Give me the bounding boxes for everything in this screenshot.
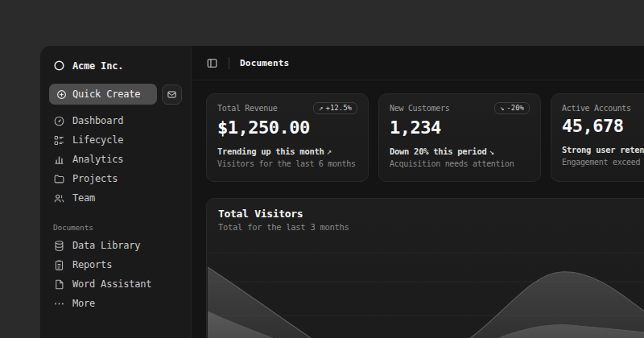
list-details-icon [53, 134, 65, 146]
sidebar-item-label: Data Library [72, 240, 140, 251]
quick-create-button[interactable]: Quick Create [49, 84, 157, 105]
sidebar-item-label: Team [72, 192, 95, 204]
sidebar-item-dashboard[interactable]: Dashboard [49, 111, 182, 130]
card-top: Total Revenue ↗+12.5% [217, 102, 357, 114]
badge-value: -20% [506, 104, 524, 112]
stat-card-total-revenue: Total Revenue ↗+12.5% $1,250.00 Trending… [206, 93, 369, 182]
logo-circle-icon [53, 60, 65, 72]
sidebar-item-label: Analytics [72, 154, 123, 165]
sidebar-item-label: Word Assistant [72, 278, 151, 290]
sidebar-section-documents: Documents [49, 223, 182, 232]
card-label: Active Accounts [562, 102, 631, 113]
app-window: Acme Inc. Quick Create Dashboard Lifecyc… [40, 46, 644, 338]
circle-plus-icon [56, 89, 67, 100]
sidebar-item-analytics[interactable]: Analytics [49, 150, 182, 169]
card-value: $1,250.00 [217, 117, 357, 138]
sidebar-item-label: Projects [72, 173, 118, 184]
brand[interactable]: Acme Inc. [49, 54, 182, 76]
card-footer-subtext: Engagement exceed targets [562, 158, 644, 167]
stat-cards-row: Total Revenue ↗+12.5% $1,250.00 Trending… [206, 93, 644, 182]
trend-badge: ↗+12.5% [313, 102, 357, 114]
database-icon [53, 240, 65, 252]
card-value: 1,234 [390, 117, 530, 138]
trend-down-icon: ↘ [500, 104, 504, 112]
sidebar-item-word-assistant[interactable]: Word Assistant [49, 274, 182, 294]
quick-create-row: Quick Create [49, 84, 182, 105]
sidebar-item-lifecycle[interactable]: Lifecycle [49, 130, 182, 150]
badge-value: +12.5% [325, 104, 352, 112]
sidebar-toggle-button[interactable] [206, 57, 218, 69]
area-chart [207, 243, 644, 338]
sidebar-item-label: Dashboard [72, 115, 123, 126]
card-footer-text: Strong user retention [562, 145, 644, 155]
sidebar-nav: Dashboard Lifecycle Analytics Projects T… [49, 111, 182, 208]
sidebar-item-reports[interactable]: Reports [49, 255, 182, 274]
trend-up-icon: ↗ [326, 146, 331, 156]
dashboard-gauge-icon [53, 115, 65, 127]
sidebar-item-projects[interactable]: Projects [49, 169, 182, 188]
sidebar-item-more[interactable]: More [49, 294, 182, 313]
sidebar: Acme Inc. Quick Create Dashboard Lifecyc… [40, 46, 192, 338]
topbar: Documents [192, 46, 644, 80]
card-footer-subtext: Visitors for the last 6 months [217, 159, 357, 168]
card-label: New Customers [390, 102, 449, 113]
card-footer-text: Down 20% this period [390, 146, 486, 156]
file-icon [53, 278, 65, 291]
chart-subtitle: Total for the last 3 months [218, 222, 644, 232]
inbox-button[interactable] [162, 84, 182, 105]
card-footer-title: Strong user retention [562, 145, 644, 155]
brand-name: Acme Inc. [72, 60, 123, 72]
trend-badge: ↘-20% [494, 102, 530, 114]
mail-icon [167, 89, 177, 100]
stat-card-active-accounts: Active Accounts 45,678 Strong user reten… [551, 93, 644, 182]
topbar-divider [229, 57, 229, 69]
sidebar-item-label: Lifecycle [72, 134, 123, 146]
sidebar-item-data-library[interactable]: Data Library [49, 236, 182, 255]
card-footer-subtext: Acquisition needs attention [390, 159, 530, 168]
card-footer-text: Trending up this month [217, 146, 324, 156]
panel-left-icon [206, 57, 218, 69]
page-title: Documents [240, 58, 289, 68]
sidebar-item-team[interactable]: Team [49, 188, 182, 208]
report-icon [53, 259, 65, 271]
chart-title: Total Visitors [218, 208, 644, 220]
card-top: New Customers ↘-20% [390, 102, 530, 114]
sidebar-documents-nav: Data Library Reports Word Assistant More [49, 236, 182, 313]
ellipsis-icon [53, 298, 65, 310]
card-footer-title: Trending up this month↗ [217, 146, 357, 156]
chart-bar-icon [53, 154, 65, 166]
stat-card-new-customers: New Customers ↘-20% 1,234 Down 20% this … [378, 93, 541, 182]
card-top: Active Accounts [562, 102, 644, 113]
visitors-chart-card: Total Visitors Total for the last 3 mont… [206, 198, 644, 338]
content: Total Revenue ↗+12.5% $1,250.00 Trending… [192, 80, 644, 338]
chart-header: Total Visitors Total for the last 3 mont… [207, 199, 644, 232]
quick-create-label: Quick Create [72, 89, 140, 100]
folder-icon [53, 173, 65, 185]
trend-up-icon: ↗ [319, 104, 323, 112]
card-footer-title: Down 20% this period↘ [390, 146, 530, 156]
sidebar-item-label: Reports [72, 259, 112, 270]
card-label: Total Revenue [217, 102, 277, 113]
main-area: Documents Total Revenue ↗+12.5% $1,250.0… [192, 46, 644, 338]
sidebar-item-label: More [72, 298, 95, 309]
users-icon [53, 192, 65, 204]
card-value: 45,678 [562, 116, 644, 136]
trend-down-icon: ↘ [489, 146, 493, 156]
